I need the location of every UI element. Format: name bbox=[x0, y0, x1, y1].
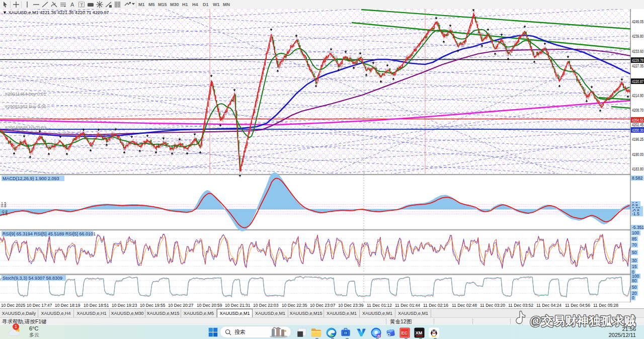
svg-text:30: 30 bbox=[632, 258, 637, 263]
svg-text:4196.25: 4196.25 bbox=[632, 137, 643, 142]
svg-text:4204.55: 4204.55 bbox=[632, 118, 643, 123]
svg-text:EC: EC bbox=[401, 330, 408, 335]
svg-text:4239.80: 4239.80 bbox=[632, 34, 643, 39]
svg-text:Stoch(9,3,3) 54.9307 58.8309: Stoch(9,3,3) 54.9307 58.8309 bbox=[3, 276, 62, 281]
svg-text:4227.35: 4227.35 bbox=[632, 63, 643, 68]
svg-text:4190.00: 4190.00 bbox=[632, 152, 643, 157]
svg-text:15: 15 bbox=[632, 264, 637, 269]
svg-text:AI: AI bbox=[377, 334, 380, 337]
svg-text:#29051952 buy 0.01: #29051952 buy 0.01 bbox=[5, 104, 46, 109]
svg-text:4233.60: 4233.60 bbox=[632, 49, 643, 54]
svg-text:-5.351: -5.351 bbox=[632, 225, 644, 230]
svg-text:XM: XM bbox=[416, 330, 423, 335]
svg-text:-1.5: -1.5 bbox=[1, 212, 8, 216]
svg-text:A: A bbox=[70, 2, 74, 8]
svg-text:@交易财神独孤求贼: @交易财神独孤求贼 bbox=[530, 314, 636, 327]
svg-text:T: T bbox=[80, 3, 84, 8]
svg-text:100: 100 bbox=[632, 230, 639, 235]
svg-text:#29011454 buy 0.01: #29011454 buy 0.01 bbox=[5, 92, 46, 97]
svg-text:▼ XAUUSD,e,M1 4221.36 4221.36: ▼ XAUUSD,e,M1 4221.36 4221.36 4220.71 42… bbox=[3, 10, 109, 15]
svg-text:85: 85 bbox=[632, 236, 637, 241]
svg-text:-1.5: -1.5 bbox=[632, 211, 639, 216]
svg-text:0: 0 bbox=[632, 295, 634, 300]
svg-text:0.8: 0.8 bbox=[1, 204, 6, 208]
svg-text:4183.80: 4183.80 bbox=[632, 166, 643, 172]
svg-text:8.582: 8.582 bbox=[632, 176, 643, 181]
svg-text:4202.45: 4202.45 bbox=[632, 122, 643, 127]
svg-text:4214.90: 4214.90 bbox=[632, 93, 643, 98]
svg-text:4246.05: 4246.05 bbox=[632, 19, 643, 24]
svg-text:4208.70: 4208.70 bbox=[632, 108, 643, 113]
svg-text:4220.87: 4220.87 bbox=[632, 79, 643, 84]
svg-text:RSI[9] 65.3194 RSI[5] 45.5189: RSI[9] 65.3194 RSI[5] 45.5189 RSI[5] 66.… bbox=[3, 231, 96, 236]
svg-text:80: 80 bbox=[632, 278, 637, 283]
svg-text:MACD(12,26,9) 1.900 2.093: MACD(12,26,9) 1.900 2.093 bbox=[3, 176, 59, 181]
svg-text:50: 50 bbox=[632, 250, 637, 255]
svg-text:50: 50 bbox=[632, 285, 637, 290]
svg-text:70: 70 bbox=[632, 242, 637, 247]
svg-text:4229.78: 4229.78 bbox=[632, 58, 643, 63]
svg-text:4200.30: 4200.30 bbox=[632, 128, 643, 133]
svg-text:#29049848 buy 0.01: #29049848 buy 0.01 bbox=[5, 125, 46, 130]
